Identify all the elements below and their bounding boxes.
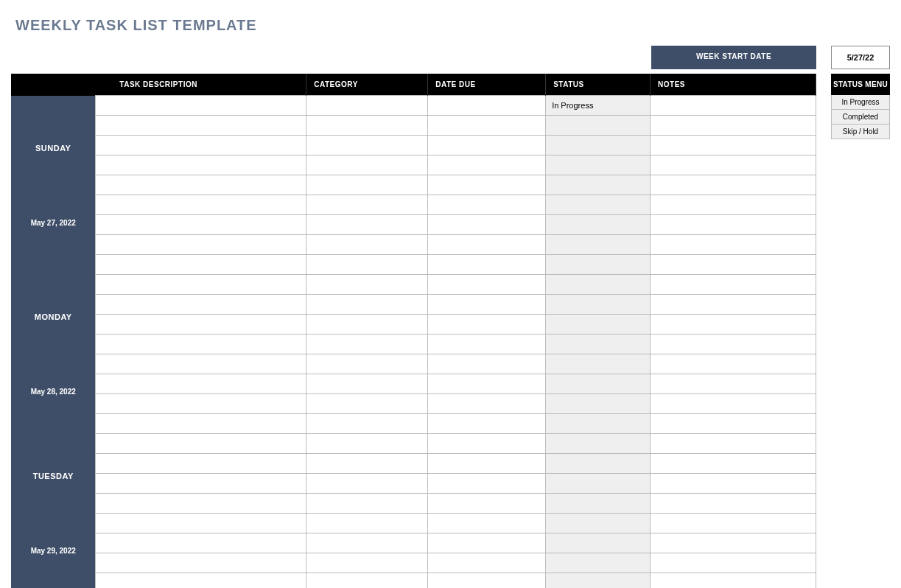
notes-cell[interactable] xyxy=(651,215,816,235)
task-cell[interactable] xyxy=(96,116,306,136)
status-cell[interactable] xyxy=(546,235,651,255)
notes-cell[interactable] xyxy=(651,255,816,275)
category-cell[interactable] xyxy=(306,573,428,589)
notes-cell[interactable] xyxy=(651,116,816,136)
due-cell[interactable] xyxy=(428,514,546,533)
due-cell[interactable] xyxy=(428,315,546,335)
status-cell[interactable] xyxy=(546,533,651,553)
notes-cell[interactable] xyxy=(651,533,816,553)
due-cell[interactable] xyxy=(428,275,546,295)
task-cell[interactable] xyxy=(96,414,306,434)
task-cell[interactable] xyxy=(96,295,306,315)
status-cell[interactable] xyxy=(546,175,651,195)
notes-cell[interactable] xyxy=(651,235,816,255)
due-cell[interactable] xyxy=(428,573,546,589)
status-cell[interactable] xyxy=(546,474,651,494)
notes-cell[interactable] xyxy=(651,434,816,454)
task-cell[interactable] xyxy=(96,434,306,454)
due-cell[interactable] xyxy=(428,215,546,235)
task-cell[interactable] xyxy=(96,215,306,235)
notes-cell[interactable] xyxy=(651,195,816,215)
category-cell[interactable] xyxy=(306,215,428,235)
task-cell[interactable] xyxy=(96,235,306,255)
category-cell[interactable] xyxy=(306,315,428,335)
due-cell[interactable] xyxy=(428,235,546,255)
category-cell[interactable] xyxy=(306,474,428,494)
category-cell[interactable] xyxy=(306,414,428,434)
status-cell[interactable] xyxy=(546,195,651,215)
due-cell[interactable] xyxy=(428,116,546,136)
status-cell[interactable] xyxy=(546,374,651,394)
due-cell[interactable] xyxy=(428,195,546,215)
status-cell[interactable] xyxy=(546,215,651,235)
notes-cell[interactable] xyxy=(651,514,816,533)
due-cell[interactable] xyxy=(428,155,546,175)
status-cell[interactable] xyxy=(546,494,651,514)
due-cell[interactable] xyxy=(428,474,546,494)
due-cell[interactable] xyxy=(428,136,546,155)
category-cell[interactable] xyxy=(306,434,428,454)
category-cell[interactable] xyxy=(306,295,428,315)
due-cell[interactable] xyxy=(428,394,546,414)
task-cell[interactable] xyxy=(96,573,306,589)
task-cell[interactable] xyxy=(96,374,306,394)
task-cell[interactable] xyxy=(96,275,306,295)
due-cell[interactable] xyxy=(428,335,546,354)
notes-cell[interactable] xyxy=(651,275,816,295)
status-cell[interactable] xyxy=(546,136,651,155)
category-cell[interactable] xyxy=(306,553,428,573)
category-cell[interactable] xyxy=(306,255,428,275)
task-cell[interactable] xyxy=(96,195,306,215)
due-cell[interactable] xyxy=(428,533,546,553)
due-cell[interactable] xyxy=(428,553,546,573)
category-cell[interactable] xyxy=(306,195,428,215)
category-cell[interactable] xyxy=(306,533,428,553)
task-cell[interactable] xyxy=(96,394,306,414)
status-cell[interactable] xyxy=(546,255,651,275)
due-cell[interactable] xyxy=(428,494,546,514)
notes-cell[interactable] xyxy=(651,295,816,315)
notes-cell[interactable] xyxy=(651,573,816,589)
week-start-value[interactable]: 5/27/22 xyxy=(831,46,890,69)
notes-cell[interactable] xyxy=(651,394,816,414)
task-cell[interactable] xyxy=(96,514,306,533)
notes-cell[interactable] xyxy=(651,136,816,155)
category-cell[interactable] xyxy=(306,116,428,136)
task-cell[interactable] xyxy=(96,315,306,335)
status-cell[interactable] xyxy=(546,414,651,434)
status-menu-item[interactable]: Skip / Hold xyxy=(831,125,890,139)
due-cell[interactable] xyxy=(428,255,546,275)
task-cell[interactable] xyxy=(96,136,306,155)
category-cell[interactable] xyxy=(306,514,428,533)
notes-cell[interactable] xyxy=(651,354,816,374)
category-cell[interactable] xyxy=(306,494,428,514)
due-cell[interactable] xyxy=(428,295,546,315)
notes-cell[interactable] xyxy=(651,175,816,195)
notes-cell[interactable] xyxy=(651,155,816,175)
due-cell[interactable] xyxy=(428,454,546,474)
task-cell[interactable] xyxy=(96,454,306,474)
status-cell[interactable] xyxy=(546,434,651,454)
status-menu-item[interactable]: Completed xyxy=(831,110,890,125)
status-cell[interactable] xyxy=(546,295,651,315)
due-cell[interactable] xyxy=(428,414,546,434)
notes-cell[interactable] xyxy=(651,474,816,494)
category-cell[interactable] xyxy=(306,175,428,195)
status-cell[interactable] xyxy=(546,454,651,474)
task-cell[interactable] xyxy=(96,155,306,175)
task-cell[interactable] xyxy=(96,354,306,374)
category-cell[interactable] xyxy=(306,136,428,155)
due-cell[interactable] xyxy=(428,434,546,454)
notes-cell[interactable] xyxy=(651,315,816,335)
category-cell[interactable] xyxy=(306,155,428,175)
notes-cell[interactable] xyxy=(651,454,816,474)
task-cell[interactable] xyxy=(96,335,306,354)
status-cell[interactable] xyxy=(546,553,651,573)
category-cell[interactable] xyxy=(306,96,428,116)
notes-cell[interactable] xyxy=(651,335,816,354)
status-cell[interactable] xyxy=(546,275,651,295)
notes-cell[interactable] xyxy=(651,414,816,434)
task-cell[interactable] xyxy=(96,255,306,275)
category-cell[interactable] xyxy=(306,454,428,474)
due-cell[interactable] xyxy=(428,354,546,374)
